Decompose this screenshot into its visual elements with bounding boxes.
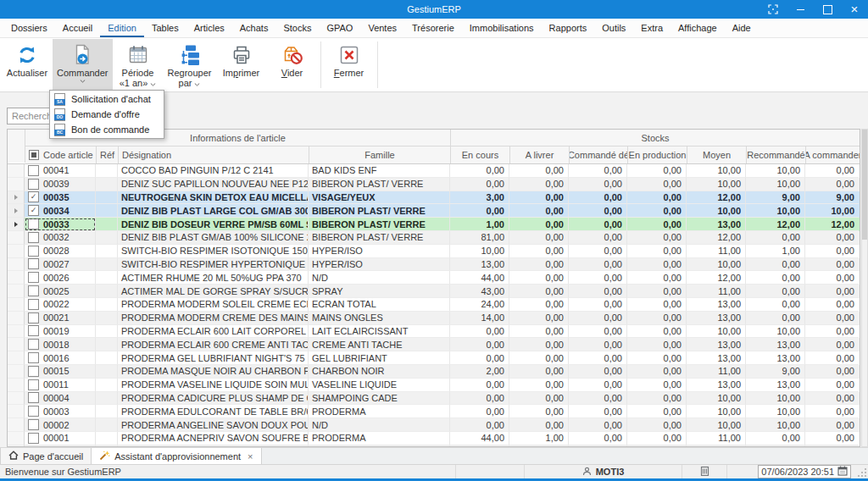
cell-stock-value[interactable]: 0,00 — [746, 258, 805, 272]
row-header[interactable] — [8, 258, 25, 272]
cell-stock-value[interactable]: 0,00 — [805, 164, 859, 178]
row-checkbox[interactable] — [28, 165, 39, 176]
table-row[interactable]: ✓00035NEUTROGENA SKIN DETOX EAU MICELLAI… — [8, 191, 860, 205]
cell-stock-value[interactable]: 0,00 — [627, 379, 687, 392]
cell-stock-value[interactable]: 0,00 — [450, 204, 509, 218]
cell-famille[interactable]: BIBERON PLAST/ VERRE — [309, 204, 450, 218]
cell-ref[interactable] — [96, 231, 118, 245]
cell-stock-value[interactable]: 13,00 — [746, 338, 805, 351]
cell-stock-value[interactable]: 0,00 — [805, 365, 859, 379]
dropdown-item-bon-de-commande[interactable]: BCBon de commande — [50, 122, 164, 137]
row-header[interactable] — [8, 351, 25, 365]
table-row[interactable]: 00039DENIZ SUC PAPILLON NOUVEAU NEE P12 … — [8, 178, 860, 191]
table-row[interactable]: 00015PRODEMA MASQUE NOIR AU CHARBON POUR… — [8, 365, 860, 379]
cell-stock-value[interactable]: 0,00 — [569, 338, 627, 351]
cell-ref[interactable] — [96, 325, 118, 339]
cell-code-article[interactable]: 00019 — [25, 325, 96, 339]
cell-famille[interactable]: BAD KIDS ENF — [309, 164, 450, 178]
cell-famille[interactable]: VISAGE/YEUX — [309, 191, 450, 205]
cell-stock-value[interactable]: 0,00 — [627, 271, 687, 285]
scrollbar-thumb[interactable] — [862, 130, 867, 240]
cell-stock-value[interactable]: 0,00 — [569, 204, 627, 218]
cell-designation[interactable]: ACTIMER MAL DE GORGE SPRAY S/SUCRE 50 ML… — [118, 285, 309, 298]
menu-item-ventes[interactable]: Ventes — [360, 19, 404, 37]
cell-stock-value[interactable]: 10,00 — [687, 392, 746, 406]
row-header[interactable] — [8, 312, 25, 325]
cell-stock-value[interactable]: 12,00 — [746, 218, 805, 231]
cell-stock-value[interactable]: 0,00 — [509, 379, 569, 392]
cell-stock-value[interactable]: 3,00 — [450, 191, 509, 205]
cell-stock-value[interactable]: 10,00 — [746, 164, 805, 178]
cell-stock-value[interactable]: 0,00 — [627, 365, 687, 379]
cell-code-article[interactable]: 00022 — [25, 298, 96, 312]
cell-stock-value[interactable]: 10,00 — [746, 405, 805, 418]
cell-designation[interactable]: DENIZ BIB PLAST LARGE COL GM/AB 300ML SP… — [118, 204, 309, 218]
cell-stock-value[interactable]: 0,00 — [569, 285, 627, 298]
menu-item-aide[interactable]: Aide — [725, 19, 759, 37]
cell-stock-value[interactable]: 0,00 — [569, 351, 627, 365]
cell-stock-value[interactable]: 13,00 — [687, 298, 746, 312]
cell-stock-value[interactable]: 1,00 — [746, 245, 805, 258]
cell-stock-value[interactable]: 0,00 — [805, 285, 859, 298]
cell-stock-value[interactable]: 0,00 — [569, 432, 627, 445]
cell-stock-value[interactable]: 9,00 — [805, 191, 859, 205]
calendar-icon[interactable] — [837, 466, 848, 478]
tab-page-accueil[interactable]: Page d'accueil — [0, 448, 92, 464]
cell-stock-value[interactable]: 0,00 — [627, 285, 687, 298]
cell-ref[interactable] — [96, 338, 118, 351]
cell-stock-value[interactable]: 9,00 — [746, 365, 805, 379]
row-header[interactable] — [8, 392, 25, 406]
cell-stock-value[interactable]: 43,00 — [450, 285, 509, 298]
table-row[interactable]: 00011PRODERMA VASELINE LIQUIDE SOIN MULT… — [8, 379, 860, 392]
cell-stock-value[interactable]: 0,00 — [509, 351, 569, 365]
cell-famille[interactable]: HYPER/ISO — [309, 245, 450, 258]
group-header-stocks[interactable]: Stocks — [451, 130, 860, 146]
row-checkbox[interactable] — [28, 419, 39, 430]
cell-stock-value[interactable]: 0,00 — [509, 204, 569, 218]
cell-famille[interactable]: CREME ANTI TACHE — [309, 338, 450, 351]
table-row[interactable]: 00004PRODERMA CADICURE PLUS SHAMP DE CAD… — [8, 392, 860, 406]
cell-stock-value[interactable]: 0,00 — [627, 312, 687, 325]
row-header[interactable] — [8, 164, 25, 178]
row-header[interactable] — [8, 204, 25, 218]
cell-stock-value[interactable]: 0,00 — [569, 418, 627, 432]
cell-stock-value[interactable]: 10,00 — [687, 325, 746, 339]
cell-famille[interactable]: SHAMPOING CADE — [309, 392, 450, 406]
cell-code-article[interactable]: 00025 — [25, 285, 96, 298]
cell-ref[interactable] — [96, 312, 118, 325]
column-header-commande-de[interactable]: Commandé dé — [570, 147, 628, 163]
cell-famille[interactable]: BIBERON PLAST/ VERRE — [309, 231, 450, 245]
row-header[interactable] — [8, 191, 25, 205]
cell-code-article[interactable]: ✓00035 — [25, 191, 96, 205]
cell-stock-value[interactable]: 0,00 — [450, 418, 509, 432]
cell-stock-value[interactable]: 0,00 — [627, 325, 687, 339]
cell-stock-value[interactable]: 0,00 — [509, 365, 569, 379]
column-header-famille[interactable]: Famille — [309, 147, 451, 163]
menu-item-extra[interactable]: Extra — [633, 19, 670, 37]
cell-stock-value[interactable]: 0,00 — [627, 298, 687, 312]
cell-famille[interactable]: GEL LUBRIFIANT — [309, 351, 450, 365]
cell-stock-value[interactable]: 0,00 — [627, 432, 687, 445]
cell-ref[interactable] — [96, 178, 118, 191]
cell-designation[interactable]: PRODERMA ANGELINE SAVON DOUX POUR BEBE 1… — [118, 418, 309, 432]
cell-stock-value[interactable]: 13,00 — [450, 258, 509, 272]
imprimer-button[interactable]: Imprimer — [216, 39, 267, 91]
cell-stock-value[interactable]: 0,00 — [569, 231, 627, 245]
row-header[interactable] — [8, 231, 25, 245]
table-row[interactable]: 00033DENIZ BIB DOSEUR VERRE PM/SB 60ML S… — [8, 218, 860, 231]
cell-stock-value[interactable]: 0,00 — [627, 245, 687, 258]
cell-designation[interactable]: DENIZ BIB DOSEUR VERRE PM/SB 60ML SP262 — [118, 218, 309, 231]
cell-stock-value[interactable]: 0,00 — [805, 392, 859, 406]
cell-stock-value[interactable]: 0,00 — [450, 351, 509, 365]
cell-stock-value[interactable]: 0,00 — [509, 245, 569, 258]
cell-stock-value[interactable]: 12,00 — [805, 218, 859, 231]
column-header-en-production[interactable]: En production — [628, 147, 687, 163]
column-header-ref[interactable]: Réf — [97, 147, 119, 163]
column-header-en-cours[interactable]: En cours — [451, 147, 510, 163]
cell-stock-value[interactable]: 0,00 — [509, 298, 569, 312]
cell-stock-value[interactable]: 0,00 — [450, 338, 509, 351]
cell-code-article[interactable]: 00028 — [25, 245, 96, 258]
table-row[interactable]: 00003PRODERMA EDULCORANT DE TABLE BR/600… — [8, 405, 860, 418]
cell-ref[interactable] — [96, 285, 118, 298]
cell-stock-value[interactable]: 0,00 — [450, 178, 509, 191]
